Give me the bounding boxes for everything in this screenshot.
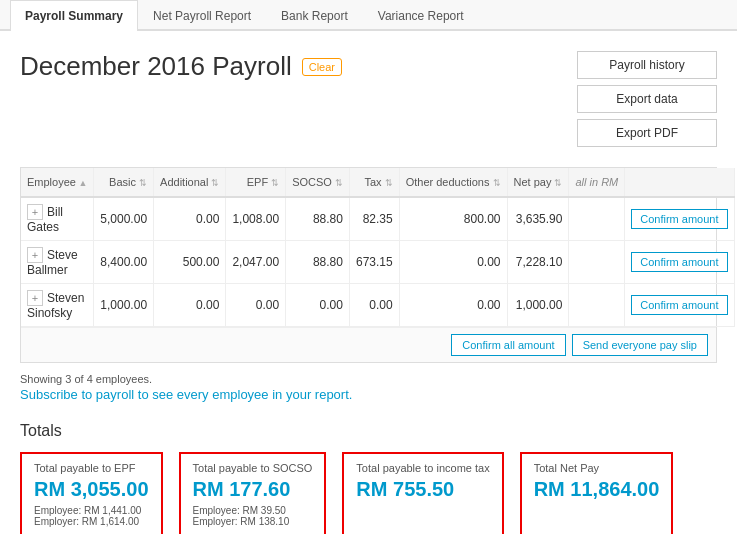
cell-value: 1,008.00 xyxy=(226,197,286,241)
cell-rm xyxy=(569,197,625,241)
cell-value: 0.00 xyxy=(349,284,399,327)
cell-value: 0.00 xyxy=(154,197,226,241)
action-buttons: Payroll history Export data Export PDF xyxy=(577,51,717,147)
confirm-all-button[interactable]: Confirm all amount xyxy=(451,334,565,356)
cell-value: 0.00 xyxy=(226,284,286,327)
total-box-label: Total payable to SOCSO xyxy=(193,462,313,474)
export-pdf-button[interactable]: Export PDF xyxy=(577,119,717,147)
total-box-sub1: Employee: RM 1,441.00 xyxy=(34,505,149,516)
total-box: Total payable to SOCSORM 177.60Employee:… xyxy=(179,452,327,534)
table-row: +Steve Ballmer8,400.00500.002,047.0088.8… xyxy=(21,241,734,284)
confirm-amount-button[interactable]: Confirm amount xyxy=(631,209,727,229)
expand-button[interactable]: + xyxy=(27,247,43,263)
tab-bank-report[interactable]: Bank Report xyxy=(266,0,363,31)
total-box-amount: RM 755.50 xyxy=(356,478,489,501)
confirm-amount-button[interactable]: Confirm amount xyxy=(631,252,727,272)
col-header-all-in-rm: all in RM xyxy=(569,168,625,197)
cell-confirm: Confirm amount xyxy=(625,241,734,284)
col-header-employee: Employee ▲ xyxy=(21,168,94,197)
total-box-label: Total payable to income tax xyxy=(356,462,489,474)
cell-value: 2,047.00 xyxy=(226,241,286,284)
tab-net-payroll-report[interactable]: Net Payroll Report xyxy=(138,0,266,31)
col-header-tax: Tax ⇅ xyxy=(349,168,399,197)
total-box-sub2: Employer: RM 1,614.00 xyxy=(34,516,149,527)
totals-section: Totals Total payable to EPFRM 3,055.00Em… xyxy=(20,422,717,534)
cell-value: 3,635.90 xyxy=(507,197,569,241)
cell-confirm: Confirm amount xyxy=(625,284,734,327)
col-header-net-pay: Net pay ⇅ xyxy=(507,168,569,197)
cell-confirm: Confirm amount xyxy=(625,197,734,241)
cell-value: 0.00 xyxy=(399,241,507,284)
total-box-label: Total payable to EPF xyxy=(34,462,149,474)
footer-note-area: Showing 3 of 4 employees. Subscribe to p… xyxy=(20,373,717,402)
cell-value: 1,000.00 xyxy=(94,284,154,327)
employee-name: +Steve Ballmer xyxy=(21,241,94,284)
employee-name: +Bill Gates xyxy=(21,197,94,241)
footer-note: Showing 3 of 4 employees. xyxy=(20,373,717,385)
cell-value: 0.00 xyxy=(154,284,226,327)
total-box-sub2: Employer: RM 138.10 xyxy=(193,516,313,527)
tabs-bar: Payroll SummaryNet Payroll ReportBank Re… xyxy=(0,0,737,31)
cell-value: 673.15 xyxy=(349,241,399,284)
send-pay-slip-button[interactable]: Send everyone pay slip xyxy=(572,334,708,356)
col-header-additional: Additional ⇅ xyxy=(154,168,226,197)
page-title: December 2016 Payroll xyxy=(20,51,292,82)
total-box-label: Total Net Pay xyxy=(534,462,660,474)
cell-value: 7,228.10 xyxy=(507,241,569,284)
col-header-socso: SOCSO ⇅ xyxy=(286,168,350,197)
total-box: Total payable to EPFRM 3,055.00Employee:… xyxy=(20,452,163,534)
cell-value: 88.80 xyxy=(286,197,350,241)
total-box-sub1: Employee: RM 39.50 xyxy=(193,505,313,516)
cell-value: 1,000.00 xyxy=(507,284,569,327)
cell-value: 800.00 xyxy=(399,197,507,241)
total-box: Total Net PayRM 11,864.00 xyxy=(520,452,674,534)
confirm-amount-button[interactable]: Confirm amount xyxy=(631,295,727,315)
cell-rm xyxy=(569,284,625,327)
cell-value: 88.80 xyxy=(286,241,350,284)
cell-value: 82.35 xyxy=(349,197,399,241)
cell-value: 0.00 xyxy=(286,284,350,327)
payroll-table-wrapper: Employee ▲Basic ⇅Additional ⇅EPF ⇅SOCSO … xyxy=(20,167,717,363)
totals-title: Totals xyxy=(20,422,717,440)
total-box-amount: RM 3,055.00 xyxy=(34,478,149,501)
cell-value: 5,000.00 xyxy=(94,197,154,241)
table-row: +Bill Gates5,000.000.001,008.0088.8082.3… xyxy=(21,197,734,241)
expand-button[interactable]: + xyxy=(27,290,43,306)
col-header-epf: EPF ⇅ xyxy=(226,168,286,197)
cell-value: 8,400.00 xyxy=(94,241,154,284)
employee-name: +Steven Sinofsky xyxy=(21,284,94,327)
total-box-amount: RM 177.60 xyxy=(193,478,313,501)
clear-badge[interactable]: Clear xyxy=(302,58,342,76)
payroll-history-button[interactable]: Payroll history xyxy=(577,51,717,79)
cell-rm xyxy=(569,241,625,284)
col-header-other-deductions: Other deductions ⇅ xyxy=(399,168,507,197)
total-box-amount: RM 11,864.00 xyxy=(534,478,660,501)
tab-variance-report[interactable]: Variance Report xyxy=(363,0,479,31)
expand-button[interactable]: + xyxy=(27,204,43,220)
col-header-action xyxy=(625,168,734,197)
table-row-actions: Confirm all amount Send everyone pay sli… xyxy=(21,327,716,362)
table-row: +Steven Sinofsky1,000.000.000.000.000.00… xyxy=(21,284,734,327)
payroll-table: Employee ▲Basic ⇅Additional ⇅EPF ⇅SOCSO … xyxy=(21,168,735,327)
export-data-button[interactable]: Export data xyxy=(577,85,717,113)
cell-value: 500.00 xyxy=(154,241,226,284)
tab-payroll-summary[interactable]: Payroll Summary xyxy=(10,0,138,31)
col-header-basic: Basic ⇅ xyxy=(94,168,154,197)
cell-value: 0.00 xyxy=(399,284,507,327)
subscribe-link[interactable]: Subscribe to payroll to see every employ… xyxy=(20,387,352,402)
total-box: Total payable to income taxRM 755.50 xyxy=(342,452,503,534)
